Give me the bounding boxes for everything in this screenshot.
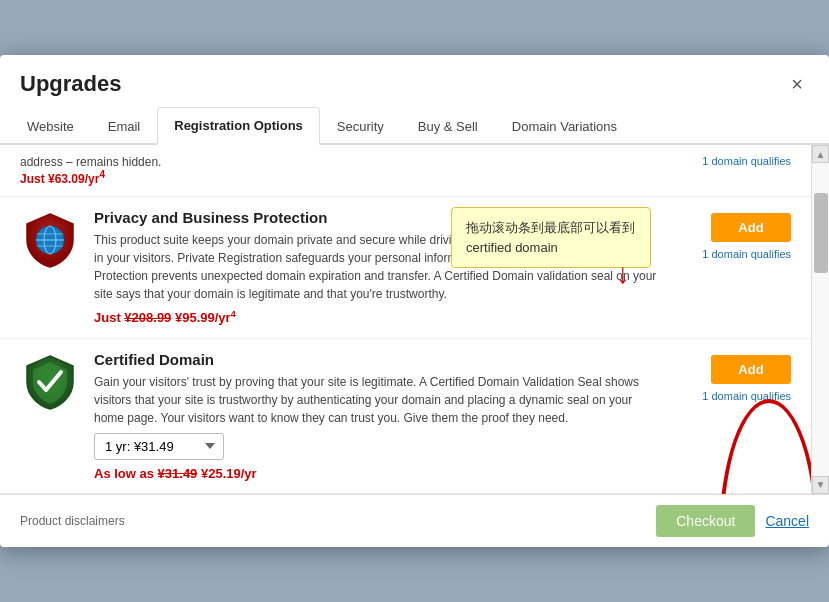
certified-domain-title: Certified Domain — [94, 351, 657, 368]
tooltip-box: 拖动滚动条到最底部可以看到certified domain ↓ — [451, 207, 651, 268]
scrollbar: ▲ ▼ — [811, 145, 829, 493]
partial-top-qualifies: 1 domain qualifies — [702, 155, 791, 167]
partial-top-price: Just ¥63.09/yr4 — [20, 172, 105, 186]
certified-domain-icon — [20, 351, 80, 411]
modal-title: Upgrades — [20, 71, 121, 97]
modal: Upgrades × Website Email Registration Op… — [0, 55, 829, 546]
privacy-business-qualifies: 1 domain qualifies — [702, 248, 791, 260]
privacy-business-price: Just ¥208.99 ¥95.99/yr4 — [94, 309, 657, 325]
tooltip-text: 拖动滚动条到最底部可以看到certified domain — [466, 220, 635, 255]
product-privacy-business: Privacy and Business Protection This pro… — [0, 197, 811, 338]
checkout-button[interactable]: Checkout — [656, 505, 755, 537]
partial-top-section: address – remains hidden. Just ¥63.09/yr… — [0, 145, 811, 197]
cancel-button[interactable]: Cancel — [765, 505, 809, 537]
privacy-business-icon — [20, 209, 80, 269]
product-certified-domain: Certified Domain Gain your visitors' tru… — [0, 339, 811, 494]
annotation-ellipse — [719, 399, 811, 494]
modal-overlay: Upgrades × Website Email Registration Op… — [0, 0, 829, 602]
tab-security[interactable]: Security — [320, 107, 401, 145]
certified-domain-select[interactable]: 1 yr: ¥31.49 2 yr: ¥62.98 3 yr: ¥94.47 — [94, 433, 224, 460]
tooltip-arrow-down: ↓ — [616, 253, 630, 295]
modal-footer: Product disclaimers Checkout Cancel — [0, 494, 829, 547]
certified-domain-action: Add 1 domain qualifies — [671, 351, 791, 402]
tab-domain-variations[interactable]: Domain Variations — [495, 107, 634, 145]
certified-domain-select-row: 1 yr: ¥31.49 2 yr: ¥62.98 3 yr: ¥94.47 — [94, 433, 657, 460]
privacy-business-action: Add 1 domain qualifies — [671, 209, 791, 260]
scroll-up-arrow[interactable]: ▲ — [812, 145, 829, 163]
certified-domain-desc: Gain your visitors' trust by proving tha… — [94, 373, 657, 427]
tabs-bar: Website Email Registration Options Secur… — [0, 107, 829, 145]
partial-top-text: address – remains hidden. — [20, 155, 161, 169]
scroll-track — [812, 163, 829, 475]
certified-domain-price: As low as ¥31.49 ¥25.19/yr — [94, 466, 657, 481]
modal-header: Upgrades × — [0, 55, 829, 97]
tab-website[interactable]: Website — [10, 107, 91, 145]
modal-body: address – remains hidden. Just ¥63.09/yr… — [0, 145, 829, 493]
content-area[interactable]: address – remains hidden. Just ¥63.09/yr… — [0, 145, 811, 493]
tab-buy-sell[interactable]: Buy & Sell — [401, 107, 495, 145]
close-button[interactable]: × — [785, 72, 809, 96]
footer-disclaimer: Product disclaimers — [20, 514, 125, 528]
tab-email[interactable]: Email — [91, 107, 158, 145]
footer-buttons: Checkout Cancel — [656, 505, 809, 537]
privacy-business-add-button[interactable]: Add — [711, 213, 791, 242]
scroll-down-arrow[interactable]: ▼ — [812, 476, 829, 494]
certified-domain-add-button[interactable]: Add — [711, 355, 791, 384]
scroll-thumb[interactable] — [814, 193, 828, 273]
certified-domain-info: Certified Domain Gain your visitors' tru… — [94, 351, 657, 481]
certified-domain-qualifies: 1 domain qualifies — [702, 390, 791, 402]
tab-registration-options[interactable]: Registration Options — [157, 107, 320, 145]
